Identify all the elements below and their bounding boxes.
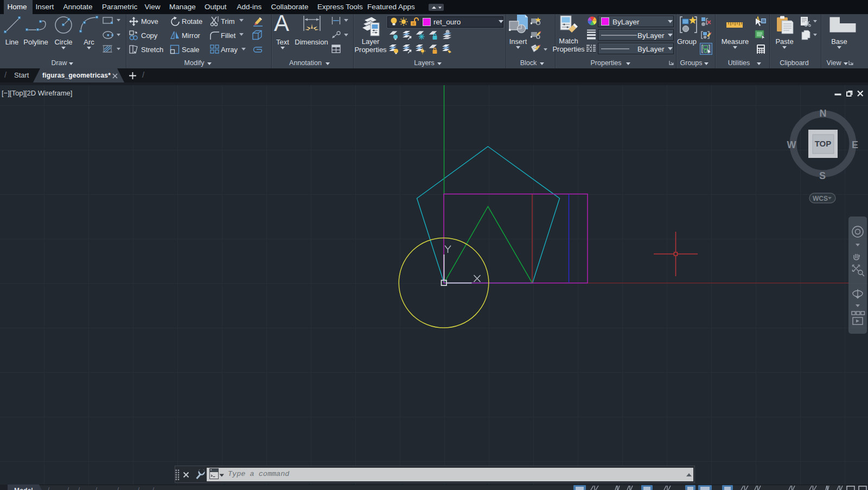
svg-text:W: W xyxy=(787,139,796,150)
svg-text:S: S xyxy=(819,170,826,181)
svg-text:WCS: WCS xyxy=(813,195,828,202)
svg-text:N: N xyxy=(820,108,827,119)
svg-text:TOP: TOP xyxy=(815,139,832,148)
svg-text:E: E xyxy=(852,139,858,150)
